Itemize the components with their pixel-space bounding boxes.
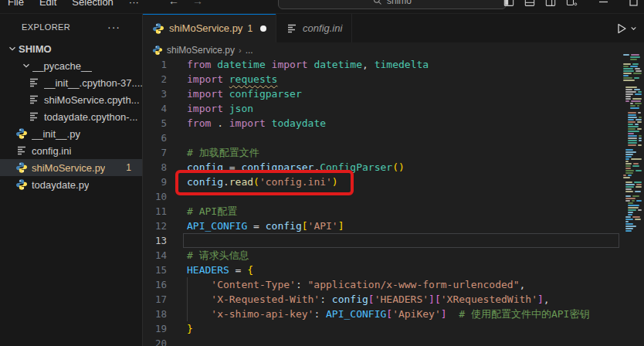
tab-config-ini[interactable]: config.ini xyxy=(276,14,352,42)
code-line-11[interactable]: 11# API配置 xyxy=(143,204,644,219)
code-line-2[interactable]: 2import requests xyxy=(143,72,644,86)
tab-bar: shiMoService.py1config.ini xyxy=(143,14,644,42)
minimap-line xyxy=(625,216,631,218)
file-tree: SHIMO__pycache____init__.cpython-37....s… xyxy=(0,40,142,193)
code-line-17[interactable]: 17 'X-Requested-With': config['HEADERS']… xyxy=(143,292,644,307)
minimap-line xyxy=(625,172,633,174)
code-area[interactable]: 1from datetime import datetime, timedelt… xyxy=(143,57,644,346)
python-file-icon xyxy=(152,45,163,56)
minimap-line xyxy=(637,105,639,107)
run-dropdown-icon[interactable] xyxy=(630,25,637,32)
minimap-line xyxy=(628,137,637,139)
minimap-line xyxy=(625,149,633,151)
line-number: 18 xyxy=(143,307,167,321)
minimap-line xyxy=(623,73,632,74)
maximize-icon[interactable] xyxy=(629,0,638,6)
menu-edit[interactable]: Edit xyxy=(39,0,56,8)
toggle-primary-sidebar-icon[interactable] xyxy=(503,0,514,7)
tree-item-label: SHIMO xyxy=(19,43,52,55)
minimap-line xyxy=(625,98,631,100)
minimap-line xyxy=(628,142,637,144)
back-icon[interactable]: ← xyxy=(168,0,179,7)
code-line-1[interactable]: 1from datetime import datetime, timedelt… xyxy=(143,57,644,72)
chevron-down-icon xyxy=(20,59,32,72)
tree-item-shimoservice-py[interactable]: shiMoService.py1 xyxy=(0,159,142,176)
breadcrumb-more[interactable]: ... xyxy=(246,45,253,56)
tree-item-shimo[interactable]: SHIMO xyxy=(0,40,142,57)
code-line-5[interactable]: 5from . import todaydate xyxy=(143,116,644,131)
tree-item-shimoservice-cpyth[interactable]: shiMoService.cpyth... xyxy=(0,91,142,108)
minimap-line xyxy=(628,207,639,209)
minimap-line xyxy=(628,114,636,116)
code-line-3[interactable]: 3import configparser xyxy=(143,86,644,101)
tab-shimoservice-py[interactable]: shiMoService.py1 xyxy=(143,14,276,42)
minimap[interactable] xyxy=(622,42,644,346)
minimap-line xyxy=(635,68,640,70)
code-text: 'X-Requested-With': config['HEADERS']['X… xyxy=(167,292,550,307)
minimap-line xyxy=(623,175,626,176)
minimap-line xyxy=(628,209,636,211)
minimap-line xyxy=(631,158,642,160)
tab-label: config.ini xyxy=(303,22,342,34)
menu-bar: FileEditSelection··· xyxy=(8,0,139,10)
minimap-line xyxy=(628,124,633,125)
minimap-line xyxy=(625,184,635,185)
tree-item-todaydate-cpython[interactable]: todaydate.cpython-... xyxy=(0,108,142,125)
minimap-line xyxy=(623,68,633,70)
code-line-20[interactable]: 20 xyxy=(143,336,644,346)
code-line-9[interactable]: 9config.read('config.ini') xyxy=(143,175,644,189)
code-line-16[interactable]: 16 'Content-Type': "application/x-www-fo… xyxy=(143,277,644,292)
ini-file-icon xyxy=(28,110,40,123)
menu-selection[interactable]: Selection xyxy=(72,0,113,8)
line-number: 2 xyxy=(143,72,167,86)
minimap-line xyxy=(628,117,637,118)
code-line-6[interactable]: 6 xyxy=(143,131,644,145)
customize-layout-icon[interactable] xyxy=(566,0,578,7)
minimap-line xyxy=(625,223,633,225)
breadcrumb-file[interactable]: shiMoService.py xyxy=(167,45,235,56)
minimap-line xyxy=(635,93,642,95)
minimap-line xyxy=(625,100,629,102)
minimap-line xyxy=(630,59,637,60)
code-line-7[interactable]: 7# 加载配置文件 xyxy=(143,145,644,160)
minimap-line xyxy=(628,212,633,213)
code-text: config = configparser.ConfigParser() xyxy=(167,160,405,175)
minimap-line xyxy=(636,170,642,171)
minimap-line xyxy=(635,124,639,125)
minimap-line xyxy=(630,105,636,107)
tree-item-init-py[interactable]: __init__.py xyxy=(0,125,142,142)
toggle-panel-icon[interactable] xyxy=(524,0,535,7)
editor-group: shiMoService.py1config.ini shiMoService.… xyxy=(143,14,644,346)
code-line-8[interactable]: 8config = configparser.ConfigParser() xyxy=(143,160,644,175)
minimap-line xyxy=(628,133,634,134)
line-number: 14 xyxy=(143,248,167,263)
command-center[interactable]: shimo xyxy=(278,0,507,9)
tree-item-todaydate-py[interactable]: todaydate.py xyxy=(0,176,142,193)
code-line-14[interactable]: 14# 请求头信息 xyxy=(143,248,644,263)
line-number: 1 xyxy=(143,57,167,72)
tree-item-label: __init__.py xyxy=(32,128,80,140)
minimap-line xyxy=(632,216,640,218)
code-line-10[interactable]: 10 xyxy=(143,189,644,204)
line-number: 6 xyxy=(143,131,167,145)
code-line-15[interactable]: 15HEADERS = { xyxy=(143,263,644,277)
code-line-12[interactable]: 12API_CONFIG = config['API'] xyxy=(143,219,644,233)
forward-icon[interactable]: → xyxy=(192,0,203,7)
menu-[interactable]: ··· xyxy=(129,0,139,8)
run-button[interactable] xyxy=(615,22,628,35)
tree-item-config-ini[interactable]: config.ini xyxy=(0,142,142,159)
code-line-19[interactable]: 19} xyxy=(143,321,644,336)
line-number: 3 xyxy=(143,86,167,101)
python-file-icon xyxy=(152,22,164,35)
tree-item-init-cpython-37[interactable]: __init__.cpython-37.... xyxy=(0,74,142,91)
menu-file[interactable]: File xyxy=(8,0,24,8)
minimize-icon[interactable] xyxy=(599,0,608,6)
tree-item-pycache[interactable]: __pycache__ xyxy=(0,57,142,74)
explorer-more-actions-icon[interactable]: ··· xyxy=(107,21,120,33)
minimap-line xyxy=(632,200,635,202)
code-line-18[interactable]: 18 'x-shimo-api-key': API_CONFIG['ApiKey… xyxy=(143,307,644,321)
tree-item-label: __pycache__ xyxy=(32,60,92,72)
code-line-13[interactable]: 13 xyxy=(143,233,644,248)
code-line-4[interactable]: 4import json xyxy=(143,101,644,116)
toggle-secondary-sidebar-icon[interactable] xyxy=(545,0,556,7)
